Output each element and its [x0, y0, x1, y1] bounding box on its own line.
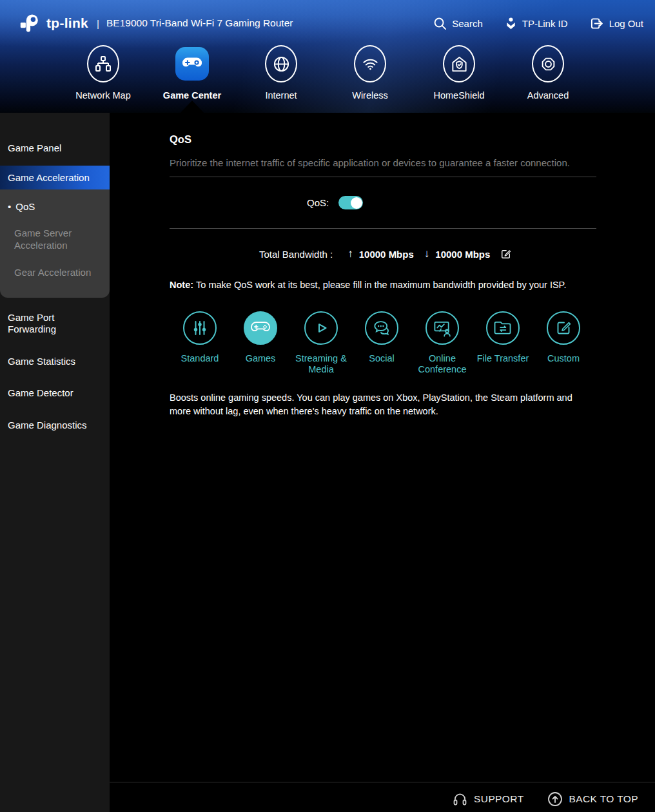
total-bandwidth-label: Total Bandwidth :: [259, 249, 333, 260]
folder-transfer-icon: [486, 311, 520, 345]
gear-icon: [532, 45, 564, 82]
divider: [170, 228, 596, 229]
nav-label: Wireless: [352, 90, 388, 101]
category-social[interactable]: Social: [351, 311, 412, 374]
category-label: Streaming & Media: [291, 353, 351, 374]
nav-item-internet[interactable]: Internet: [237, 45, 326, 101]
sidebar-subitem-gear-acceleration[interactable]: Gear Acceleration: [0, 262, 110, 284]
tplink-logo: tp-link: [19, 13, 88, 34]
sidebar-item-game-panel[interactable]: Game Panel: [0, 136, 110, 160]
router-model-title: BE19000 Tri-Band Wi-Fi 7 Gaming Router: [106, 17, 293, 29]
note-row: Note:To make QoS work at its best, pleas…: [170, 280, 596, 290]
game-acceleration-submenu: •QoS Game Server Acceleration Gear Accel…: [0, 189, 110, 298]
headset-icon: [453, 792, 467, 806]
nav-item-network-map[interactable]: Network Map: [59, 45, 148, 101]
edit-pencil-icon: [547, 311, 580, 345]
category-games[interactable]: Games: [230, 311, 291, 374]
gamepad-icon: [244, 311, 277, 345]
active-bullet: •: [8, 201, 11, 212]
chat-bubbles-icon: [365, 311, 398, 345]
footer-divider: [110, 782, 655, 783]
nav-label: Advanced: [527, 90, 569, 101]
category-description: Boosts online gaming speeds. You can pla…: [170, 391, 592, 418]
up-arrow-circle-icon: [547, 791, 563, 807]
nav-label: Game Center: [163, 90, 221, 101]
category-label: Games: [246, 353, 276, 364]
qos-toggle-row: QoS:: [170, 177, 596, 228]
top-bar: tp-link | BE19000 Tri-Band Wi-Fi 7 Gamin…: [19, 10, 643, 36]
category-label: Online Conference: [412, 353, 473, 374]
game-center-icon: [175, 47, 209, 81]
nav-item-game-center[interactable]: Game Center: [148, 45, 237, 101]
tplink-logo-icon: [19, 13, 43, 34]
active-nav-pointer: [180, 101, 204, 113]
sidebar-item-game-port-forwarding[interactable]: Game Port Forwarding: [0, 305, 110, 341]
main-nav: Network Map Game Center Internet: [59, 45, 592, 101]
search-label: Search: [452, 18, 483, 29]
search-button[interactable]: Search: [433, 17, 483, 30]
presentation-person-icon: [425, 311, 459, 345]
tplink-id-label: TP-Link ID: [522, 18, 568, 29]
page-description: Prioritize the internet traffic of speci…: [170, 157, 596, 168]
toggle-knob: [351, 197, 362, 209]
nav-label: Network Map: [75, 90, 130, 101]
total-bandwidth-row: Total Bandwidth : ↑ 10000 Mbps ↓ 10000 M…: [170, 247, 596, 260]
category-file-transfer[interactable]: File Transfer: [473, 311, 533, 374]
category-standard[interactable]: Standard: [170, 311, 230, 374]
search-icon: [433, 17, 447, 30]
back-to-top-label: BACK TO TOP: [569, 793, 639, 805]
upload-bandwidth-value: 10000 Mbps: [359, 249, 414, 260]
nav-item-homeshield[interactable]: HomeShield: [415, 45, 503, 101]
wifi-icon: [354, 45, 386, 82]
logout-button[interactable]: Log Out: [590, 17, 643, 30]
upload-arrow-icon: ↑: [347, 247, 353, 260]
homeshield-icon: [443, 45, 475, 82]
logout-icon: [590, 17, 604, 30]
tplink-id-button[interactable]: TP-Link ID: [505, 17, 568, 30]
play-icon: [304, 311, 338, 345]
support-button[interactable]: SUPPORT: [453, 792, 523, 806]
category-streaming-media[interactable]: Streaming & Media: [291, 311, 351, 374]
network-map-icon: [87, 45, 119, 82]
main-content: QoS Prioritize the internet traffic of s…: [110, 113, 655, 418]
page-title: QoS: [170, 133, 596, 146]
category-label: Standard: [181, 353, 219, 364]
nav-label: Internet: [265, 90, 297, 101]
category-label: Custom: [547, 353, 580, 364]
category-label: Social: [369, 353, 395, 364]
internet-globe-icon: [265, 45, 297, 82]
sidebar-subitem-game-server-acceleration[interactable]: Game Server Acceleration: [0, 222, 110, 256]
qos-subitem-label: QoS: [15, 201, 35, 212]
footer: SUPPORT BACK TO TOP: [453, 791, 638, 807]
sidebar-subitem-qos[interactable]: •QoS: [0, 196, 110, 217]
download-bandwidth-value: 10000 Mbps: [435, 249, 490, 260]
sidebar: Game Panel Game Acceleration •QoS Game S…: [0, 113, 110, 812]
nav-label: HomeShield: [434, 90, 485, 101]
sidebar-item-game-diagnostics[interactable]: Game Diagnostics: [0, 413, 110, 438]
title-separator: |: [97, 18, 99, 29]
edit-bandwidth-button[interactable]: [500, 248, 512, 260]
header-actions: Search TP-Link ID Log Out: [433, 17, 643, 30]
logout-label: Log Out: [609, 18, 643, 29]
tplink-id-icon: [505, 17, 517, 30]
support-label: SUPPORT: [474, 793, 523, 805]
category-online-conference[interactable]: Online Conference: [412, 311, 473, 374]
category-label: File Transfer: [477, 353, 529, 364]
back-to-top-button[interactable]: BACK TO TOP: [547, 791, 639, 807]
sidebar-item-game-acceleration[interactable]: Game Acceleration: [0, 166, 110, 190]
qos-toggle-switch[interactable]: [338, 196, 363, 209]
category-custom[interactable]: Custom: [533, 311, 594, 374]
qos-category-selector: Standard Games Streaming: [170, 311, 594, 374]
note-label: Note:: [170, 280, 193, 290]
sidebar-item-game-statistics[interactable]: Game Statistics: [0, 349, 110, 374]
qos-toggle-label: QoS:: [307, 197, 329, 208]
brand-name: tp-link: [46, 15, 88, 31]
download-arrow-icon: ↓: [424, 247, 430, 260]
nav-item-advanced[interactable]: Advanced: [503, 45, 592, 101]
header-banner: tp-link | BE19000 Tri-Band Wi-Fi 7 Gamin…: [0, 0, 655, 113]
sidebar-item-game-detector[interactable]: Game Detector: [0, 381, 110, 405]
edit-icon: [500, 248, 512, 260]
sliders-icon: [183, 311, 217, 345]
nav-item-wireless[interactable]: Wireless: [326, 45, 415, 101]
note-text: To make QoS work at its best, please fil…: [196, 280, 566, 290]
